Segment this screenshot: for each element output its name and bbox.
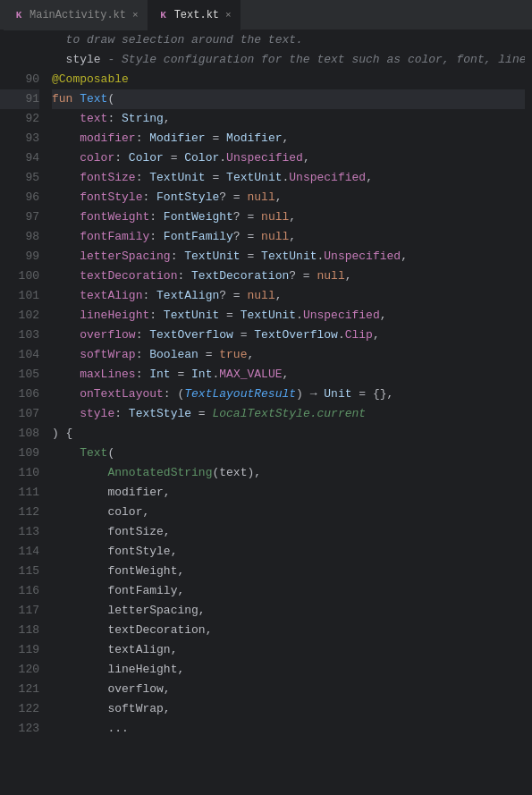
code-content[interactable]: to draw selection around the text. style… [46,30,525,795]
code-line: style: TextStyle = LocalTextStyle.curren… [52,404,525,424]
token [52,601,107,621]
token [52,286,80,306]
token [52,542,107,562]
code-line: textAlign: TextAlign? = null, [52,286,525,306]
code-line: fontFamily: FontFamily? = null, [52,227,525,247]
token: → [310,385,317,404]
token [52,188,80,207]
code-line: Text( [52,444,525,463]
tab-text-kt[interactable]: K Text.kt × [148,0,241,30]
token: onTextLayout [80,385,164,404]
token: fontStyle [80,188,142,207]
token: MAX_VALUE [219,365,282,385]
scrollbar[interactable] [525,30,532,795]
token: , [380,306,387,326]
token: Unspecified [324,247,401,266]
token: , [283,129,290,148]
code-line: modifier: Modifier = Modifier, [52,129,525,148]
token: overflow [80,326,135,345]
tab-main-activity[interactable]: K MainActivity.kt × [4,0,148,30]
token [52,463,107,483]
token: fontFamily [80,227,149,247]
line-number: 93 [0,129,39,148]
token: textDecoration, [107,621,212,640]
code-line: @Composable [52,70,525,89]
token: Composable [59,70,129,89]
token: LocalTextStyle [212,404,309,424]
close-icon-main[interactable]: × [132,10,139,21]
line-number: 104 [0,345,39,365]
token: ) [296,385,310,404]
token [52,365,80,385]
token [52,266,80,286]
close-icon-text[interactable]: × [225,10,232,21]
token: Clip [345,326,373,345]
token [52,148,80,168]
code-line: textDecoration: TextDecoration? = null, [52,266,525,286]
token: null [247,188,274,207]
token: current [317,404,367,424]
token: = [219,306,240,326]
token [52,168,80,188]
token: null [247,286,274,306]
code-line: modifier, [52,483,525,503]
code-line: fontSize, [52,522,525,542]
token: fun [52,89,80,109]
token: : [114,404,129,424]
token [52,503,107,522]
token: , [164,109,171,129]
token: TextLayoutResult [184,385,296,404]
token: fontWeight, [107,562,184,581]
token: TextUnit [184,247,240,266]
line-number: 91 [0,89,39,109]
token: , [366,168,373,188]
token: Unspecified [303,306,380,326]
token: textAlign, [107,640,177,660]
token: lineHeight, [107,660,184,680]
token: String [122,109,164,129]
token: Unspecified [226,148,303,168]
token [52,562,107,581]
token: , [387,385,394,404]
code-line: textAlign, [52,640,525,660]
token: : [149,227,164,247]
token: ( [107,444,114,463]
token: . [310,404,317,424]
token [52,109,80,129]
kotlin-icon-text: K [157,9,170,21]
token: lineHeight [80,306,149,326]
token: . [219,148,226,168]
token: TextUnit [149,168,205,188]
token [52,522,107,542]
token: Int [191,365,212,385]
token: textDecoration [80,266,177,286]
token: (text), [212,463,261,483]
token [52,660,107,680]
line-number: 111 [0,483,39,503]
token: Modifier [226,129,282,148]
tab-main-label: MainActivity.kt [30,9,126,21]
code-line: letterSpacing: TextUnit = TextUnit.Unspe… [52,247,525,266]
line-number: 97 [0,207,39,227]
token: softWrap, [107,699,170,719]
token: TextUnit [226,168,282,188]
line-number: 114 [0,542,39,562]
line-number: 100 [0,266,39,286]
token: softWrap [80,345,135,365]
token: , [275,188,283,207]
token: = [171,365,191,385]
token: , [373,326,380,345]
token: ? = [289,266,317,286]
code-line: fontWeight, [52,562,525,581]
code-line: fontStyle, [52,542,525,562]
code-line: textDecoration, [52,621,525,640]
code-line: fontStyle: FontStyle? = null, [52,188,525,207]
token [52,129,80,148]
token [52,247,80,266]
token: : [142,286,156,306]
token: : [136,168,150,188]
line-number: 105 [0,365,39,385]
token: Modifier [149,129,205,148]
line-number: 103 [0,326,39,345]
token: ? = [233,207,261,227]
